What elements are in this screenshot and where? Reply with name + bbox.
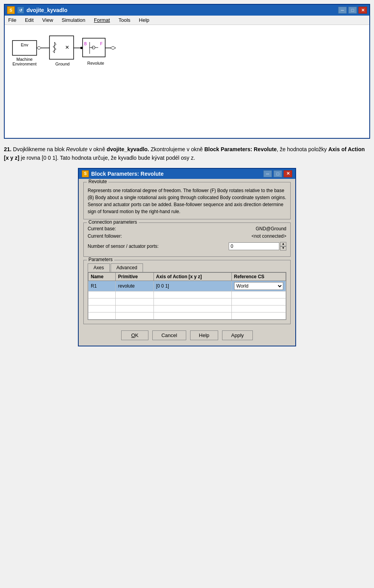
tab-content-axes: Name Primitive Axis of Action [x y z] Re… — [88, 272, 286, 320]
instr-bold2: Block Parameters: Revolute — [204, 146, 277, 152]
dialog-titlebar: S Block Parameters: Revolute ─ □ ✕ — [79, 169, 295, 179]
svg-line-8 — [53, 47, 56, 49]
instr-text3: Zkontrolujeme v okně — [149, 146, 205, 152]
description-text: Represents one rotational degree of free… — [88, 187, 286, 215]
dialog-body: Revolute Represents one rotational degre… — [79, 179, 295, 346]
num-ports-row: Number of sensor / actuator ports: ▲ ▼ — [88, 242, 286, 251]
refresh-icon[interactable]: ↺ — [17, 7, 24, 14]
env-label: Machine Environment — [12, 57, 37, 66]
instr-text4: , že hodnota položky — [277, 146, 328, 152]
cell-refcs: World — [231, 281, 286, 291]
menu-format[interactable]: Format — [93, 17, 111, 23]
table-header-row: Name Primitive Axis of Action [x y z] Re… — [88, 272, 286, 281]
current-follower-value: <not connected> — [252, 233, 286, 239]
num-ports-label: Number of sensor / actuator ports: — [88, 244, 229, 249]
svg-line-10 — [53, 51, 55, 53]
svg-line-7 — [53, 44, 56, 47]
dialog-titlebar-buttons: ─ □ ✕ — [263, 170, 292, 177]
svg-text:✕: ✕ — [65, 44, 69, 50]
apply-button[interactable]: Apply — [222, 330, 253, 340]
simulink-titlebar: S ↺ dvojite_kyvadlo ─ □ ✕ — [5, 5, 369, 16]
simulink-title: dvojite_kyvadlo — [26, 7, 67, 13]
dialog-titlebar-left: S Block Parameters: Revolute — [82, 170, 164, 177]
svg-rect-14 — [83, 38, 105, 57]
dialog-close-button[interactable]: ✕ — [284, 170, 292, 177]
ok-button[interactable]: OK — [121, 330, 148, 340]
help-button[interactable]: Help — [190, 330, 219, 340]
menu-file[interactable]: File — [7, 17, 18, 23]
current-follower-row: Current follower: <not connected> — [88, 233, 286, 239]
simulink-app-icon: S — [7, 6, 15, 14]
instr-bold1: dvojite_kyvadlo. — [107, 146, 149, 152]
minimize-button[interactable]: ─ — [338, 7, 347, 14]
spin-down-button[interactable]: ▼ — [280, 246, 286, 251]
simulink-window: S ↺ dvojite_kyvadlo ─ □ ✕ File Edit View… — [4, 4, 370, 139]
params-table: Name Primitive Axis of Action [x y z] Re… — [88, 272, 286, 320]
dialog-buttons: OK Cancel Help Apply — [83, 327, 291, 342]
ref-cs-cell: World — [234, 282, 283, 290]
ref-cs-select[interactable]: World — [234, 282, 283, 290]
instr-text1: Dvojklikneme na blok — [11, 146, 66, 152]
cancel-button[interactable]: Cancel — [152, 330, 186, 340]
connection-params-section: Connection parameters Current base: GND@… — [83, 222, 291, 257]
tab-advanced[interactable]: Advanced — [111, 263, 143, 272]
diagram-svg: Env ✕ B — [5, 25, 161, 79]
current-base-label: Current base: — [88, 226, 240, 231]
tab-axes[interactable]: Axes — [88, 263, 110, 272]
col-primitive: Primitive — [115, 272, 153, 281]
menu-simulation[interactable]: Simulation — [60, 17, 86, 23]
table-empty-row-4 — [88, 312, 286, 319]
dialog-title: Block Parameters: Revolute — [91, 171, 164, 177]
cell-primitive: revolute — [115, 281, 153, 291]
tab-bar: Axes Advanced — [88, 263, 286, 272]
svg-line-9 — [53, 49, 56, 51]
menu-tools[interactable]: Tools — [117, 17, 131, 23]
svg-text:F: F — [100, 42, 102, 46]
dialog-window: S Block Parameters: Revolute ─ □ ✕ Revol… — [78, 168, 296, 346]
connection-section-title: Connection parameters — [87, 219, 139, 225]
revolute-section-title: Revolute — [87, 179, 108, 184]
current-follower-label: Current follower: — [88, 233, 236, 239]
svg-marker-22 — [110, 46, 116, 49]
simulink-canvas: Env ✕ B — [5, 25, 369, 138]
current-base-value: GND@Ground — [256, 226, 286, 231]
svg-marker-2 — [37, 46, 41, 49]
svg-rect-0 — [12, 41, 37, 55]
instr-text2: v okně — [88, 146, 107, 152]
dialog-app-icon: S — [82, 170, 89, 177]
ground-label: Ground — [55, 62, 70, 66]
table-empty-row-2 — [88, 298, 286, 305]
titlebar-buttons: ─ □ ✕ — [338, 7, 367, 14]
simulink-menubar: File Edit View Simulation Format Tools H… — [5, 16, 369, 25]
table-row[interactable]: R1 revolute [0 0 1] World — [88, 281, 286, 291]
maximize-button[interactable]: □ — [348, 7, 357, 14]
revolute-section: Revolute Represents one rotational degre… — [83, 182, 291, 219]
titlebar-left: S ↺ dvojite_kyvadlo — [7, 6, 67, 14]
menu-help[interactable]: Help — [138, 17, 151, 23]
revolute-label: Revolute — [87, 61, 104, 65]
svg-line-6 — [55, 42, 56, 44]
col-name: Name — [88, 272, 116, 281]
num-ports-input[interactable] — [229, 242, 279, 250]
svg-rect-4 — [49, 36, 74, 59]
svg-point-18 — [92, 46, 95, 49]
svg-point-13 — [80, 47, 83, 49]
parameters-section: Parameters Axes Advanced Name Primitive … — [83, 260, 291, 324]
block-params-dialog: S Block Parameters: Revolute ─ □ ✕ Revol… — [78, 168, 296, 346]
close-button[interactable]: ✕ — [358, 7, 367, 14]
spin-up-button[interactable]: ▲ — [280, 242, 286, 246]
step-number: 21. — [4, 146, 11, 152]
dialog-maximize-button[interactable]: □ — [273, 170, 282, 177]
instr-text5: je rovna [0 0 1]. Tato hodnota určuje, ž… — [19, 155, 195, 161]
svg-text:B: B — [84, 42, 87, 46]
col-axis: Axis of Action [x y z] — [153, 272, 231, 281]
table-empty-row-1 — [88, 291, 286, 298]
dialog-minimize-button[interactable]: ─ — [263, 170, 272, 177]
table-empty-row-3 — [88, 305, 286, 312]
menu-edit[interactable]: Edit — [24, 17, 35, 23]
col-refcs: Reference CS — [231, 272, 286, 281]
parameters-section-title: Parameters — [87, 257, 114, 262]
cell-axis: [0 0 1] — [153, 281, 231, 291]
instr-italic: Revolute — [66, 146, 88, 152]
menu-view[interactable]: View — [41, 17, 54, 23]
